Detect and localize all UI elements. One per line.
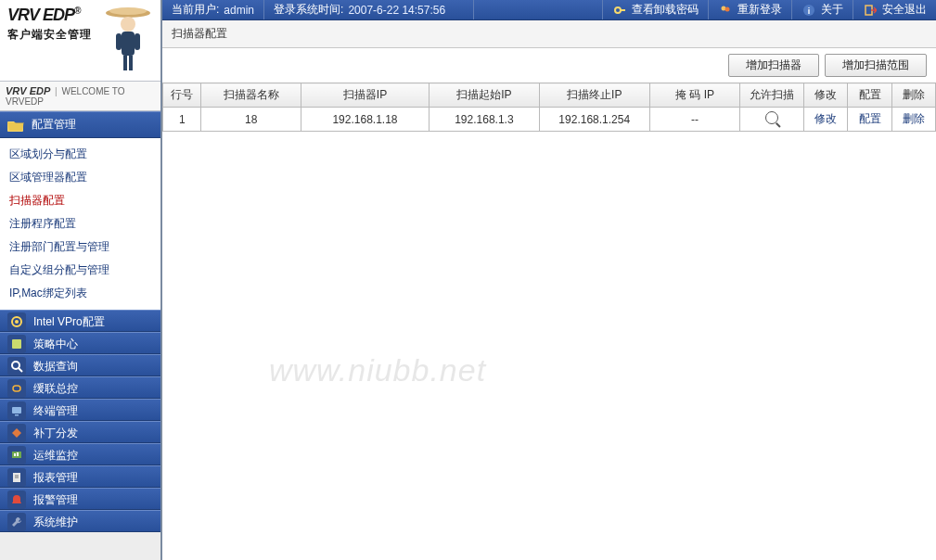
scanner-table: 行号 扫描器名称 扫描器IP 扫描起始IP 扫描终止IP 掩 码 IP 允许扫描… <box>162 83 936 132</box>
nav-link-scanner-config[interactable]: 扫描器配置 <box>6 192 155 210</box>
action-row: 增加扫描器 增加扫描范围 <box>162 48 936 83</box>
th-name: 扫描器名称 <box>201 83 301 108</box>
th-ip: 扫描器IP <box>301 83 429 108</box>
svg-rect-5 <box>135 33 140 50</box>
nav-link-custom-group[interactable]: 自定义组分配与管理 <box>6 261 155 279</box>
logo-area: VRV EDP® 客户端安全管理 <box>0 0 160 82</box>
nav-module-label: 运维监控 <box>33 449 78 462</box>
nav-module-data-query[interactable]: 数据查询 <box>0 354 160 376</box>
nav-module-cascade[interactable]: 缓联总控 <box>0 376 160 399</box>
nav-module-report[interactable]: 报表管理 <box>0 465 160 488</box>
nav-link-ip-mac[interactable]: IP,Mac绑定列表 <box>6 285 155 302</box>
topbar-about[interactable]: i 关于 <box>791 0 853 19</box>
key-icon <box>612 3 627 18</box>
topbar-relogin[interactable]: 重新登录 <box>708 0 791 19</box>
brand-mascot-icon <box>103 4 153 76</box>
svg-line-12 <box>19 368 22 372</box>
user-label: 当前用户: <box>172 2 219 18</box>
nav-module-label: 数据查询 <box>33 360 78 373</box>
svg-point-9 <box>15 320 19 324</box>
table-wrap: 行号 扫描器名称 扫描器IP 扫描起始IP 扫描终止IP 掩 码 IP 允许扫描… <box>162 83 936 132</box>
row-edit-link[interactable]: 修改 <box>814 112 837 125</box>
svg-point-2 <box>121 17 135 32</box>
exit-icon <box>863 3 878 18</box>
nav-module-alarm[interactable]: 报警管理 <box>0 488 160 510</box>
info-icon: i <box>801 3 816 18</box>
svg-rect-27 <box>865 6 872 15</box>
nav-link-reg-program[interactable]: 注册程序配置 <box>6 215 155 233</box>
svg-rect-3 <box>122 32 135 56</box>
main: 当前用户: admin 登录系统时间: 2007-6-22 14:57:56 查… <box>162 0 936 560</box>
folder-icon <box>7 118 24 133</box>
welcome-sep: | <box>55 86 58 96</box>
nav-module-policy[interactable]: 策略中心 <box>0 332 160 354</box>
topbar-view-uninstall-pwd[interactable]: 查看卸载密码 <box>602 0 708 19</box>
terminal-icon <box>7 401 26 420</box>
svg-rect-13 <box>12 407 21 414</box>
brand-reg: ® <box>74 6 80 16</box>
svg-rect-16 <box>14 453 16 456</box>
cell-mask-ip: -- <box>649 108 740 132</box>
sidebar: VRV EDP® 客户端安全管理 VRV EDP | WELCOME TO <box>0 0 162 560</box>
nav-module-terminal[interactable]: 终端管理 <box>0 399 160 421</box>
user-value: admin <box>224 4 254 17</box>
relogin-label: 重新登录 <box>737 2 782 18</box>
nav-links: 区域划分与配置 区域管理器配置 扫描器配置 注册程序配置 注册部门配置与管理 自… <box>0 138 160 310</box>
link-icon <box>7 379 26 398</box>
welcome-bar: VRV EDP | WELCOME TO VRVEDP <box>0 82 160 111</box>
nav-header-label: 配置管理 <box>32 117 76 133</box>
brand-title-text: VRV EDP <box>7 6 74 24</box>
th-row-no: 行号 <box>163 83 201 108</box>
topbar-user: 当前用户: admin <box>162 0 264 19</box>
th-mask-ip: 掩 码 IP <box>649 83 740 108</box>
th-allow: 允许扫描 <box>740 83 804 108</box>
nav-module-system[interactable]: 系统维护 <box>0 510 160 532</box>
search-icon <box>7 357 26 375</box>
svg-point-11 <box>12 362 19 369</box>
view-pwd-label: 查看卸载密码 <box>632 2 699 18</box>
nav-link-reg-dept[interactable]: 注册部门配置与管理 <box>6 238 155 256</box>
svg-rect-17 <box>17 452 19 456</box>
nav-module-label: 策略中心 <box>33 337 78 350</box>
nav-link-area-partition[interactable]: 区域划分与配置 <box>6 146 155 163</box>
add-scanner-button[interactable]: 增加扫描器 <box>728 54 819 77</box>
table-row: 1 18 192.168.1.18 192.168.1.3 192.168.1.… <box>163 108 936 132</box>
svg-point-21 <box>615 7 621 13</box>
report-icon <box>7 468 26 487</box>
svg-rect-22 <box>621 9 625 11</box>
gear-icon <box>7 312 26 331</box>
svg-rect-10 <box>12 339 21 349</box>
cell-name: 18 <box>201 108 301 132</box>
page-title-text: 扫描器配置 <box>172 27 227 40</box>
svg-point-24 <box>725 6 730 11</box>
add-scan-range-button[interactable]: 增加扫描范围 <box>825 54 927 77</box>
nav-module-intel-vpro[interactable]: Intel VPro配置 <box>0 310 160 332</box>
cell-allow[interactable] <box>740 108 804 132</box>
nav-link-area-manager[interactable]: 区域管理器配置 <box>6 169 155 186</box>
svg-rect-14 <box>15 414 19 416</box>
row-config-link[interactable]: 配置 <box>859 112 881 125</box>
patch-icon <box>7 424 26 442</box>
monitor-icon <box>7 446 26 465</box>
nav-header-config[interactable]: 配置管理 <box>0 111 160 138</box>
topbar-login-time: 登录系统时间: 2007-6-22 14:57:56 <box>264 0 474 19</box>
svg-text:i: i <box>808 6 811 16</box>
topbar: 当前用户: admin 登录系统时间: 2007-6-22 14:57:56 查… <box>162 0 936 20</box>
login-label: 登录系统时间: <box>274 2 343 18</box>
nav-module-ops[interactable]: 运维监控 <box>0 443 160 465</box>
nav-module-patch[interactable]: 补丁分发 <box>0 421 160 443</box>
cell-ip: 192.168.1.18 <box>301 108 429 132</box>
row-delete-link[interactable]: 删除 <box>903 112 925 125</box>
svg-point-1 <box>109 7 147 15</box>
th-end-ip: 扫描终止IP <box>539 83 649 108</box>
alarm-icon <box>7 490 26 509</box>
magnifier-icon <box>765 111 778 124</box>
login-value: 2007-6-22 14:57:56 <box>348 4 445 17</box>
topbar-exit[interactable]: 安全退出 <box>853 0 936 19</box>
nav-module-label: Intel VPro配置 <box>33 315 105 328</box>
cell-start-ip: 192.168.1.3 <box>430 108 540 132</box>
svg-rect-7 <box>129 56 133 70</box>
cell-config: 配置 <box>848 108 891 132</box>
nav-modules: Intel VPro配置 策略中心 数据查询 缓联总控 终端管理 补丁分发 <box>0 310 160 532</box>
cell-delete: 删除 <box>891 108 935 132</box>
